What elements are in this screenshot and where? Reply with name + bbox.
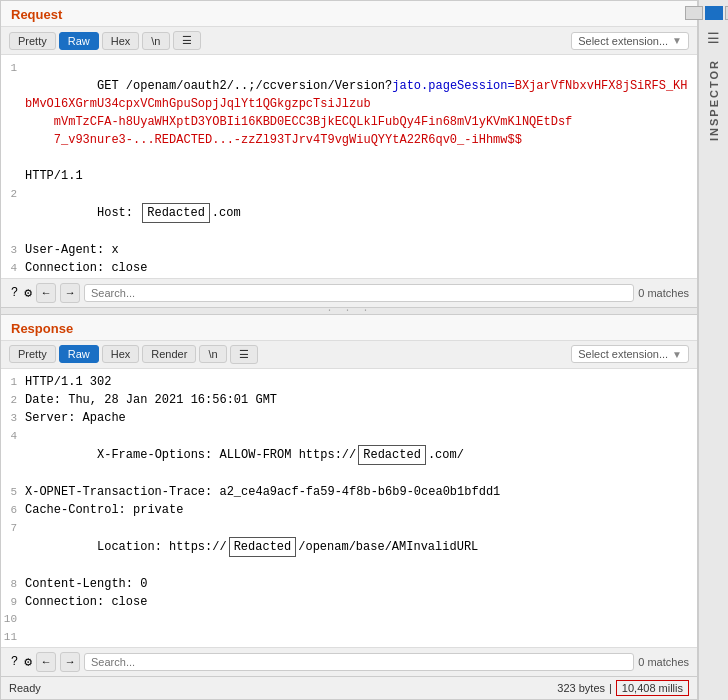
- inspector-btn-1[interactable]: [685, 6, 703, 20]
- request-search-bar: ? ⚙ ← → 0 matches: [1, 278, 697, 307]
- ms-badge: 10,408 millis: [616, 680, 689, 696]
- request-select-extension[interactable]: Select extension... ▼: [571, 32, 689, 50]
- request-menu-btn[interactable]: ☰: [173, 31, 201, 50]
- response-code-area: 1 HTTP/1.1 302 2 Date: Thu, 28 Jan 2021 …: [1, 369, 697, 647]
- inspector-panel: ☰ INSPECTOR: [698, 0, 728, 700]
- request-select-extension-label: Select extension...: [578, 35, 668, 47]
- request-code-area: 1 GET /openam/oauth2/..;/ccversion/Versi…: [1, 55, 697, 278]
- response-back-arrow-icon: ←: [43, 656, 50, 668]
- response-line-3: 3 Server: Apache: [1, 409, 697, 427]
- request-select-arrow-icon: ▼: [672, 35, 682, 46]
- inspector-btn-3[interactable]: [725, 6, 729, 20]
- request-matches-label: 0 matches: [638, 287, 689, 299]
- response-render-btn[interactable]: Render: [142, 345, 196, 363]
- response-raw-btn[interactable]: Raw: [59, 345, 99, 363]
- response-header: Response: [1, 315, 697, 341]
- request-forward-arrow-icon: →: [67, 287, 74, 299]
- response-redacted-xframe: Redacted: [358, 445, 426, 465]
- inspector-menu-icon[interactable]: ☰: [705, 26, 722, 51]
- request-redacted-host: Redacted: [142, 203, 210, 223]
- request-line-2: 2 Host: Redacted.com: [1, 185, 697, 241]
- response-select-extension-label: Select extension...: [578, 348, 668, 360]
- response-line-7: 7 Location: https://Redacted/openam/base…: [1, 519, 697, 575]
- response-redacted-location: Redacted: [229, 537, 297, 557]
- inspector-btn-2[interactable]: [705, 6, 723, 20]
- section-divider: · · ·: [1, 307, 697, 315]
- request-line-4: 4 Connection: close: [1, 259, 697, 277]
- request-help-icon[interactable]: ?: [9, 286, 20, 300]
- request-pretty-btn[interactable]: Pretty: [9, 32, 56, 50]
- request-search-input[interactable]: [84, 284, 634, 302]
- response-back-btn[interactable]: ←: [36, 652, 56, 672]
- request-line-1: 1 GET /openam/oauth2/..;/ccversion/Versi…: [1, 59, 697, 167]
- response-line-1: 1 HTTP/1.1 302: [1, 373, 697, 391]
- response-line-8: 8 Content-Length: 0: [1, 575, 697, 593]
- response-line-5: 5 X-OPNET-Transaction-Trace: a2_ce4a9acf…: [1, 483, 697, 501]
- response-line-9: 9 Connection: close: [1, 593, 697, 611]
- response-line-4: 4 X-Frame-Options: ALLOW-FROM https://Re…: [1, 427, 697, 483]
- request-gear-icon[interactable]: ⚙: [24, 285, 32, 301]
- request-raw-btn[interactable]: Raw: [59, 32, 99, 50]
- response-matches-label: 0 matches: [638, 656, 689, 668]
- response-line-2: 2 Date: Thu, 28 Jan 2021 16:56:01 GMT: [1, 391, 697, 409]
- status-bar: Ready 323 bytes | 10,408 millis: [1, 676, 697, 699]
- bytes-label: 323 bytes: [557, 682, 605, 694]
- response-gear-icon[interactable]: ⚙: [24, 654, 32, 670]
- inspector-label: INSPECTOR: [708, 59, 720, 141]
- request-back-arrow-icon: ←: [43, 287, 50, 299]
- response-forward-arrow-icon: →: [67, 656, 74, 668]
- request-header: Request: [1, 1, 697, 27]
- response-line-10: 10: [1, 611, 697, 629]
- response-line-6: 6 Cache-Control: private: [1, 501, 697, 519]
- request-forward-btn[interactable]: →: [60, 283, 80, 303]
- request-hex-btn[interactable]: Hex: [102, 32, 140, 50]
- response-help-icon[interactable]: ?: [9, 655, 20, 669]
- response-newline-btn[interactable]: \n: [199, 345, 226, 363]
- ready-status: Ready: [9, 682, 41, 694]
- request-newline-btn[interactable]: \n: [142, 32, 169, 50]
- request-title: Request: [11, 7, 62, 22]
- response-pretty-btn[interactable]: Pretty: [9, 345, 56, 363]
- response-hex-btn[interactable]: Hex: [102, 345, 140, 363]
- response-line-11: 11: [1, 629, 697, 647]
- request-line-http: HTTP/1.1: [1, 167, 697, 185]
- response-select-arrow-icon: ▼: [672, 349, 682, 360]
- inspector-top-buttons: [683, 0, 729, 26]
- response-select-extension[interactable]: Select extension... ▼: [571, 345, 689, 363]
- request-back-btn[interactable]: ←: [36, 283, 56, 303]
- response-forward-btn[interactable]: →: [60, 652, 80, 672]
- response-toolbar: Pretty Raw Hex Render \n ☰ Select extens…: [1, 341, 697, 369]
- bytes-separator: |: [609, 682, 612, 694]
- response-menu-btn[interactable]: ☰: [230, 345, 258, 364]
- response-search-bar: ? ⚙ ← → 0 matches: [1, 647, 697, 676]
- request-toolbar: Pretty Raw Hex \n ☰ Select extension... …: [1, 27, 697, 55]
- request-line-3: 3 User-Agent: x: [1, 241, 697, 259]
- response-title: Response: [11, 321, 73, 336]
- status-right: 323 bytes | 10,408 millis: [557, 680, 689, 696]
- response-search-input[interactable]: [84, 653, 634, 671]
